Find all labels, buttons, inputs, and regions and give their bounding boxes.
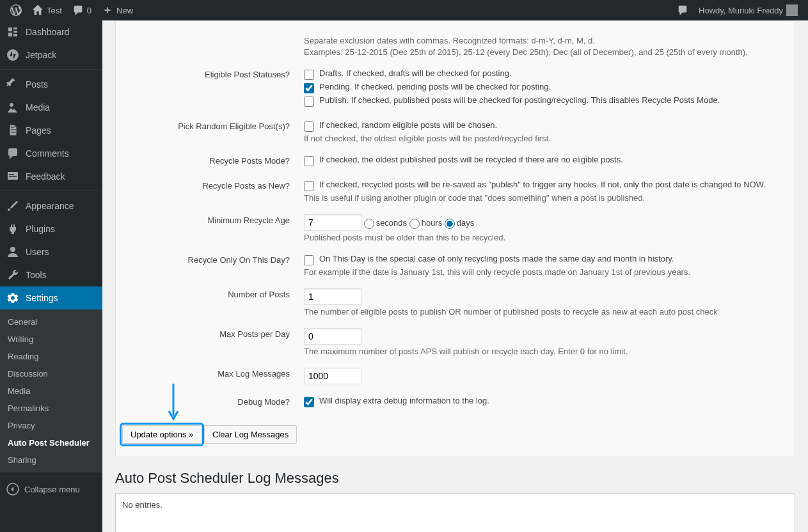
home-icon [32,4,44,16]
new-item[interactable]: New [97,0,138,20]
max-day-input[interactable] [304,328,361,345]
random-desc: If not checked, the oldest eligible post… [304,134,780,143]
settings-panel: Separate exclusion dates with commas. Re… [115,20,795,457]
exclusion-help-1: Separate exclusion dates with commas. Re… [304,36,780,45]
recycle-mode-checkbox[interactable] [304,156,314,166]
plugin-icon [6,223,19,235]
wp-logo-item[interactable] [5,0,27,20]
min-recycle-desc: Published posts must be older than this … [304,233,780,242]
menu-plugins[interactable]: Plugins [0,217,102,240]
menu-comments[interactable]: Comments [0,142,102,165]
recycle-new-text: If checked, recycled posts will be re-sa… [319,180,766,189]
sub-media[interactable]: Media [0,382,102,400]
menu-tools[interactable]: Tools [0,263,102,286]
publish-checkbox[interactable] [304,97,314,107]
recycle-new-desc: This is useful if using another plugin o… [304,193,780,203]
admin-toolbar: Test 0 New Howdy, Muriuki Freddy [0,0,808,20]
drafts-checkbox[interactable] [304,70,314,80]
settings-icon [6,292,19,304]
menu-media[interactable]: Media [0,96,102,119]
media-icon [6,101,19,114]
site-name: Test [47,6,62,15]
eligible-label: Eligible Post Statuses? [123,63,296,114]
menu-dashboard[interactable]: Dashboard [0,20,102,43]
pending-label: Pending. If checked, pending posts will … [319,82,551,91]
sub-permalinks[interactable]: Permalinks [0,400,102,417]
bell-icon [677,4,688,16]
collapse-icon [6,483,19,496]
notifications-item[interactable] [672,0,693,20]
hours-radio[interactable] [409,219,420,229]
min-recycle-input[interactable] [304,214,361,231]
pending-checkbox[interactable] [304,83,314,93]
dashboard-icon [6,26,19,38]
user-icon [6,246,19,258]
num-posts-input[interactable] [304,288,361,305]
user-avatar [786,4,798,16]
exclusion-help-2: Examples: 25-12-2015 (Dec 25th of 2015),… [304,47,780,57]
log-empty-text: No entries. [122,500,162,510]
debug-text: Will display extra debug information to … [319,396,489,405]
collapse-menu[interactable]: Collapse menu [0,476,102,502]
log-title: Auto Post Scheduler Log Messages [115,470,795,487]
new-label: New [116,6,133,15]
svg-rect-3 [9,176,17,177]
sub-sharing[interactable]: Sharing [0,451,102,469]
recycle-day-text: On This Day is the special case of only … [319,254,674,263]
menu-appearance[interactable]: Appearance [0,194,102,217]
menu-feedback[interactable]: Feedback [0,165,102,188]
clear-log-button[interactable]: Clear Log Messages [204,425,297,444]
max-log-input[interactable] [304,368,361,384]
main-content: Separate exclusion dates with commas. Re… [102,0,808,532]
max-log-label: Max Log Messages [123,363,296,389]
drafts-label: Drafts. If checked, drafts will be check… [319,68,512,78]
recycle-day-checkbox[interactable] [304,255,314,265]
sub-writing[interactable]: Writing [0,331,102,348]
recycle-mode-text: If checked, the oldest published posts w… [319,155,623,164]
menu-users[interactable]: Users [0,240,102,263]
sub-privacy[interactable]: Privacy [0,417,102,434]
wrench-icon [6,269,19,281]
random-text: If checked, random eligible posts will b… [319,120,497,130]
num-posts-desc: The number of eligible posts to publish … [304,307,780,317]
log-box: No entries. [115,493,795,532]
recycle-new-checkbox[interactable] [304,181,314,191]
menu-pages[interactable]: Pages [0,119,102,142]
pin-icon [6,78,19,91]
publish-label: Publish. If checked, published posts wil… [319,95,720,105]
max-day-desc: The maximum number of posts APS will pub… [304,347,780,356]
random-label: Pick Random Eligible Post(s)? [123,115,296,148]
seconds-radio[interactable] [364,219,374,229]
comments-icon [6,147,19,160]
min-recycle-label: Minimum Recycle Age [123,209,296,247]
brush-icon [6,199,19,212]
random-checkbox[interactable] [304,121,314,132]
num-posts-label: Number of Posts [123,283,296,322]
debug-checkbox[interactable] [304,397,314,407]
jetpack-icon [6,49,19,61]
svg-point-0 [7,49,19,61]
debug-label: Debug Mode? [123,391,296,414]
max-day-label: Max Posts per Day [123,323,296,361]
settings-form-table: Separate exclusion dates with commas. Re… [122,27,788,416]
admin-sidebar: Dashboard Jetpack Posts Media Pages Comm… [0,20,102,532]
recycle-mode-label: Recycle Posts Mode? [123,150,296,173]
sub-auto-post-scheduler[interactable]: Auto Post Scheduler [0,434,102,451]
comments-item[interactable]: 0 [67,0,97,20]
recycle-day-desc: For example if the date is January 1st, … [304,267,780,277]
svg-point-4 [10,247,15,252]
menu-settings[interactable]: Settings [0,286,102,309]
menu-posts[interactable]: Posts [0,73,102,96]
sub-general[interactable]: General [0,313,102,331]
howdy-text: Howdy, Muriuki Freddy [699,6,783,15]
site-name-item[interactable]: Test [27,0,67,20]
feedback-icon [6,170,19,183]
svg-rect-2 [9,174,14,175]
sub-discussion[interactable]: Discussion [0,365,102,382]
days-radio[interactable] [445,219,455,229]
settings-submenu: General Writing Reading Discussion Media… [0,309,102,473]
update-options-button[interactable]: Update options » [122,425,202,444]
menu-jetpack[interactable]: Jetpack [0,43,102,66]
sub-reading[interactable]: Reading [0,348,102,365]
howdy-item[interactable]: Howdy, Muriuki Freddy [693,0,803,20]
